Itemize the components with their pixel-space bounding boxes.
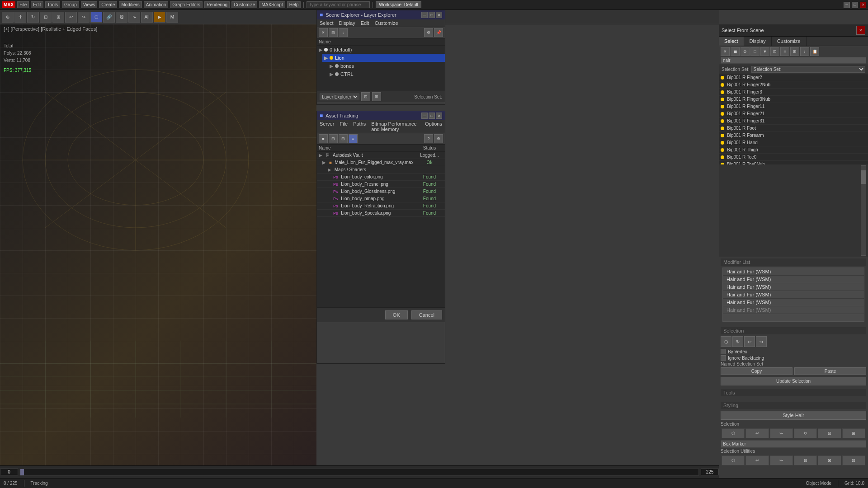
undo-btn[interactable]: ↩: [65, 12, 77, 23]
sel-ico-2[interactable]: ↩: [745, 428, 769, 438]
selection-set-dropdown[interactable]: Selection Set:: [751, 66, 865, 73]
at-row-nmap[interactable]: Ps Lion_body_nmap.png Found: [317, 195, 445, 202]
se-item-ctrl[interactable]: ▶ CTRL: [328, 70, 445, 78]
at-tool-4[interactable]: ≡: [349, 134, 358, 143]
rendering-menu[interactable]: Rendering: [204, 1, 230, 8]
se-search-btn[interactable]: ⊟: [329, 28, 338, 37]
by-vertex-checkbox[interactable]: [721, 349, 726, 354]
time-thumb[interactable]: [20, 469, 24, 475]
unlink-tool[interactable]: ⛓: [116, 12, 127, 23]
at-tool-2[interactable]: ⊟: [329, 134, 338, 143]
minimize-button[interactable]: ─: [844, 2, 850, 8]
sel-icon-1[interactable]: ⬡: [721, 336, 731, 347]
style-hair-button[interactable]: Style Hair: [721, 411, 866, 420]
at-row-glossiness[interactable]: Ps Lion_body_Glossiness.png Found: [317, 188, 445, 195]
at-cancel-button[interactable]: Cancel: [411, 310, 442, 319]
mod-hairfur-2[interactable]: Hair and Fur (WSM): [723, 276, 864, 283]
tab-customize[interactable]: Customize: [772, 37, 807, 46]
mod-hairfur-6[interactable]: Hair and Fur (WSM): [723, 306, 864, 314]
selection-filter[interactable]: All: [141, 12, 153, 23]
se-footer-icon2[interactable]: ⊞: [372, 92, 381, 101]
scrollbar-track[interactable]: [861, 165, 866, 256]
util-ico-5[interactable]: ⊠: [818, 455, 841, 465]
at-settings-btn[interactable]: ⚙: [434, 134, 443, 143]
at-tool-1[interactable]: ■: [319, 134, 328, 143]
se-menu-edit[interactable]: Edit: [361, 20, 369, 26]
sfs-none-btn[interactable]: □: [750, 47, 760, 56]
at-row-refraction[interactable]: Ps Lion_body_Refraction.png Found: [317, 202, 445, 210]
bone-thigh[interactable]: Bip001 R Thigh: [719, 146, 868, 154]
sfs-filter2-btn[interactable]: ⊡: [770, 47, 779, 56]
tools-menu[interactable]: Tools: [45, 1, 60, 8]
util-ico-4[interactable]: ⊟: [794, 455, 817, 465]
sel-ico-6[interactable]: ⊞: [842, 428, 865, 438]
sel-ico-4[interactable]: ↻: [794, 428, 817, 438]
modifiers-menu[interactable]: Modifiers: [119, 1, 142, 8]
se-sort-btn[interactable]: ↓: [339, 28, 348, 37]
sfs-search-input[interactable]: [721, 57, 866, 64]
se-item-bones[interactable]: ▶ bones: [328, 62, 445, 70]
redo-btn[interactable]: ↪: [78, 12, 90, 23]
maxscript-menu[interactable]: MAXScript: [259, 1, 285, 8]
select-object-btn[interactable]: ⬡: [90, 12, 102, 23]
sel-icon-4[interactable]: ↪: [756, 336, 767, 347]
select-tool[interactable]: ⊕: [2, 12, 14, 23]
link-tool[interactable]: 🔗: [103, 12, 115, 23]
views-menu[interactable]: Views: [81, 1, 98, 8]
bone-finger3nub[interactable]: Bip001 R Finger3Nub: [719, 96, 868, 103]
reference-tool[interactable]: ⊞: [52, 12, 64, 23]
at-tool-3[interactable]: ⊞: [339, 134, 348, 143]
sfs-clear-btn[interactable]: ✕: [721, 47, 730, 56]
se-item-default[interactable]: ▶ 0 (default): [317, 46, 445, 54]
at-row-fresnel[interactable]: Ps Lion_body_Fresnel.png Found: [317, 181, 445, 188]
current-frame-input[interactable]: [0, 469, 18, 475]
material-editor[interactable]: M: [166, 12, 178, 23]
at-close[interactable]: ✕: [436, 113, 442, 119]
scrollbar-thumb[interactable]: [861, 170, 866, 184]
total-frames-input[interactable]: [701, 469, 719, 475]
util-ico-1[interactable]: ⬡: [722, 455, 745, 465]
copy-button[interactable]: Copy: [721, 367, 793, 375]
sfs-invert-btn[interactable]: ⊘: [741, 47, 750, 56]
at-row-maps[interactable]: ▶ Maps / Shaders: [317, 166, 445, 174]
se-view-dropdown[interactable]: Layer Explorer: [320, 94, 359, 100]
edit-menu[interactable]: Edit: [31, 1, 43, 8]
file-menu[interactable]: File: [17, 1, 29, 8]
sfs-filter5-btn[interactable]: ↕: [800, 47, 809, 56]
group-menu[interactable]: Group: [62, 1, 79, 8]
se-menu-select[interactable]: Select: [320, 20, 334, 26]
se-menu-display[interactable]: Display: [339, 20, 355, 26]
at-row-maxfile[interactable]: ▶ ■ Male_Lion_Fur_Rigged_max_vray.max Ok: [317, 159, 445, 166]
se-footer-icon1[interactable]: ⊡: [361, 92, 370, 101]
at-menu-server[interactable]: Server: [320, 121, 334, 132]
modifier-list[interactable]: Hair and Fur (WSM) Hair and Fur (WSM) Ha…: [722, 267, 864, 322]
bone-finger11[interactable]: Bip001 R Finger11: [719, 103, 868, 110]
sfs-filter3-btn[interactable]: ≡: [780, 47, 789, 56]
bone-forearm[interactable]: Bip001 R Forearm: [719, 132, 868, 139]
bone-finger3[interactable]: Bip001 R Finger3: [719, 89, 868, 96]
animation-menu[interactable]: Animation: [144, 1, 168, 8]
create-menu[interactable]: Create: [99, 1, 117, 8]
sel-ico-5[interactable]: ⊡: [818, 428, 841, 438]
graph-editors-menu[interactable]: Graph Editors: [170, 1, 203, 8]
ignore-backface-checkbox[interactable]: [721, 355, 726, 361]
rotate-tool[interactable]: ↻: [27, 12, 39, 23]
close-button[interactable]: ✕: [860, 2, 866, 8]
bone-list[interactable]: Bip001 R Finger2 Bip001 R Finger2Nub Bip…: [719, 74, 868, 164]
se-menu-customize[interactable]: Customize: [375, 20, 398, 26]
at-ok-button[interactable]: OK: [385, 310, 408, 319]
at-row-specular[interactable]: Ps Lion_body_Specular.png Found: [317, 210, 445, 217]
mod-hairfur-1[interactable]: Hair and Fur (WSM): [723, 268, 864, 276]
move-tool[interactable]: ✛: [14, 12, 26, 23]
at-table-body[interactable]: ▶ 🗄 Autodesk Vault Logged... ▶ ■ Male_Li…: [317, 152, 445, 307]
box-marker-input[interactable]: [721, 440, 866, 448]
bone-toe0[interactable]: Bip001 R Toe0: [719, 154, 868, 161]
sfs-filter6-btn[interactable]: 📋: [810, 47, 819, 56]
tab-display[interactable]: Display: [744, 37, 772, 46]
se-pin-btn[interactable]: 📌: [434, 28, 443, 37]
mod-hairfur-4[interactable]: Hair and Fur (WSM): [723, 291, 864, 299]
util-ico-6[interactable]: ⊡: [842, 455, 865, 465]
sfs-close-btn[interactable]: ✕: [856, 26, 865, 35]
mod-hairfur-3[interactable]: Hair and Fur (WSM): [723, 283, 864, 291]
at-menu-options[interactable]: Options: [425, 121, 442, 132]
